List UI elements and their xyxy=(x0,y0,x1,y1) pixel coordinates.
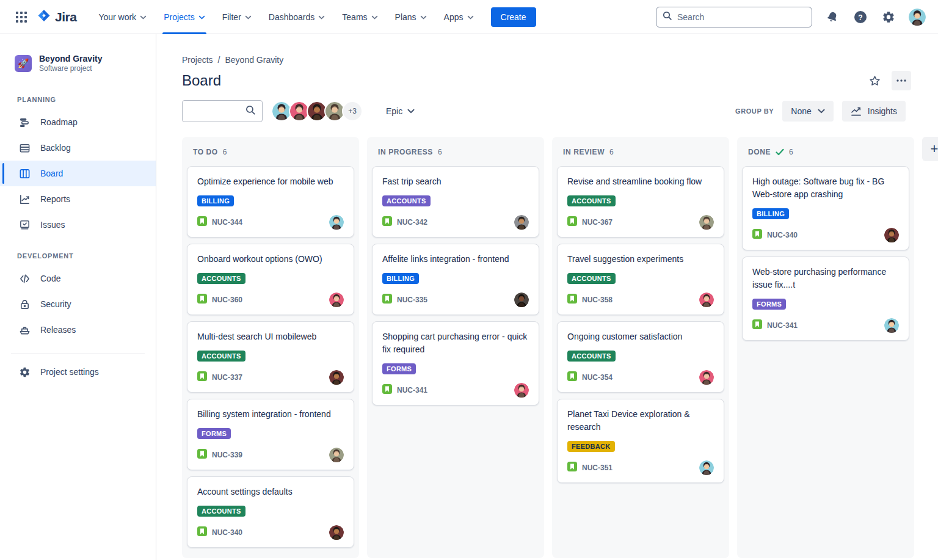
chevron-down-icon xyxy=(420,15,427,20)
notifications-icon[interactable] xyxy=(824,9,840,25)
sidebar-item-security[interactable]: Security xyxy=(0,291,156,317)
issue-card[interactable]: Optimize experience for mobile webBILLIN… xyxy=(187,166,354,238)
create-button[interactable]: Create xyxy=(491,7,536,27)
issue-card[interactable]: Planet Taxi Device exploration & researc… xyxy=(557,399,724,483)
issue-card[interactable]: Account settings defaultsACCOUNTSNUC-340 xyxy=(187,476,354,548)
issue-card[interactable]: Affelite links integration - frontendBIL… xyxy=(372,244,539,315)
story-type-icon xyxy=(567,371,577,384)
sidebar-item-roadmap[interactable]: Roadmap xyxy=(0,109,156,135)
nav-item-label: Dashboards xyxy=(269,12,315,22)
assignee-avatar[interactable] xyxy=(699,370,714,385)
kanban-board: TO DO6Optimize experience for mobile web… xyxy=(182,137,938,558)
sidebar-item-project-settings[interactable]: Project settings xyxy=(0,359,156,385)
sidebar-item-issues[interactable]: Issues xyxy=(0,212,156,238)
board-search[interactable] xyxy=(182,100,263,122)
board-search-input[interactable] xyxy=(189,106,242,116)
issue-card[interactable]: Travel suggestion experimentsACCOUNTSNUC… xyxy=(557,244,724,315)
issue-card[interactable]: Revise and streamline booking flowACCOUN… xyxy=(557,166,724,238)
nav-item-dashboards[interactable]: Dashboards xyxy=(263,0,332,34)
epic-tag: FEEDBACK xyxy=(567,441,615,452)
assignee-avatar[interactable] xyxy=(699,215,714,230)
svg-text:?: ? xyxy=(858,13,862,21)
jira-logo[interactable]: Jira xyxy=(37,9,76,26)
sidebar-item-code[interactable]: Code xyxy=(0,266,156,291)
epic-tag: ACCOUNTS xyxy=(382,195,431,206)
sidebar-item-label: Board xyxy=(40,169,63,178)
assignee-avatar[interactable] xyxy=(329,215,344,230)
issue-card[interactable]: Billing system integration - frontendFOR… xyxy=(187,399,354,470)
assignee-avatar[interactable] xyxy=(514,215,529,230)
issue-card[interactable]: Web-store purchasing performance issue f… xyxy=(742,256,909,341)
assignee-avatar[interactable] xyxy=(329,293,344,307)
app-switcher-icon[interactable] xyxy=(11,7,32,27)
issue-title: Affelite links integration - frontend xyxy=(382,253,529,266)
epic-tag: ACCOUNTS xyxy=(567,351,616,362)
assignee-avatar[interactable] xyxy=(329,448,344,462)
chevron-down-icon xyxy=(245,15,252,20)
sidebar-item-reports[interactable]: Reports xyxy=(0,186,156,212)
assignee-avatar[interactable] xyxy=(514,293,529,307)
column-header: TO DO6 xyxy=(182,137,359,164)
chevron-down-icon xyxy=(198,15,205,20)
issue-key: NUC-341 xyxy=(767,321,798,330)
issue-title: Multi-dest search UI mobileweb xyxy=(197,330,344,343)
issue-key: NUC-341 xyxy=(397,386,427,395)
settings-gear-icon[interactable] xyxy=(881,9,896,25)
insights-button[interactable]: Insights xyxy=(842,101,906,122)
issue-key: NUC-358 xyxy=(582,296,613,304)
issue-card[interactable]: Shopping cart purchasing error - quick f… xyxy=(372,321,539,405)
user-avatar[interactable] xyxy=(909,9,926,26)
issue-key: NUC-351 xyxy=(582,464,613,472)
issue-key: NUC-367 xyxy=(582,218,613,227)
nav-item-projects[interactable]: Projects xyxy=(158,0,211,34)
sidebar-item-backlog[interactable]: Backlog xyxy=(0,135,156,161)
nav-item-label: Teams xyxy=(342,12,367,22)
epic-filter-dropdown[interactable]: Epic xyxy=(381,101,420,121)
star-icon[interactable] xyxy=(865,71,884,90)
more-options-icon[interactable] xyxy=(892,71,911,90)
issue-card[interactable]: Fast trip searchACCOUNTSNUC-342 xyxy=(372,166,539,238)
group-by-dropdown[interactable]: None xyxy=(782,101,833,122)
epic-tag: ACCOUNTS xyxy=(567,195,616,206)
issue-title: Planet Taxi Device exploration & researc… xyxy=(567,408,714,434)
sidebar-item-board[interactable]: Board xyxy=(0,161,156,186)
issue-card[interactable]: Onboard workout options (OWO)ACCOUNTSNUC… xyxy=(187,244,354,315)
sidebar-item-releases[interactable]: Releases xyxy=(0,317,156,343)
chevron-down-icon xyxy=(318,15,325,20)
assignee-avatar[interactable] xyxy=(329,370,344,385)
column-name: TO DO xyxy=(193,148,218,156)
nav-item-filter[interactable]: Filter xyxy=(216,0,258,34)
epic-tag: BILLING xyxy=(197,195,234,206)
global-search-input[interactable] xyxy=(677,12,805,22)
avatar-overflow-count[interactable]: +3 xyxy=(342,101,363,122)
issue-card[interactable]: Ongoing customer satisfactionACCOUNTSNUC… xyxy=(557,321,724,393)
search-icon xyxy=(245,105,256,118)
assignee-avatar[interactable] xyxy=(329,525,344,540)
nav-item-your-work[interactable]: Your work xyxy=(92,0,153,34)
done-check-icon xyxy=(776,148,784,156)
nav-item-apps[interactable]: Apps xyxy=(438,0,480,34)
sidebar-item-label: Reports xyxy=(40,194,70,204)
board-column-in-review: IN REVIEW6Revise and streamline booking … xyxy=(552,137,729,558)
assignee-avatar[interactable] xyxy=(514,383,529,398)
issue-key: NUC-337 xyxy=(212,373,242,382)
issue-title: High outage: Software bug fix - BG Web-s… xyxy=(752,175,899,201)
issue-card[interactable]: High outage: Software bug fix - BG Web-s… xyxy=(742,166,909,250)
chevron-down-icon xyxy=(467,15,474,20)
nav-item-plans[interactable]: Plans xyxy=(389,0,433,34)
help-icon[interactable]: ? xyxy=(853,9,868,25)
issue-card[interactable]: Multi-dest search UI mobilewebACCOUNTSNU… xyxy=(187,321,354,393)
add-column-button[interactable]: + xyxy=(922,137,938,161)
global-search[interactable] xyxy=(656,7,812,27)
breadcrumb-projects-link[interactable]: Projects xyxy=(182,55,213,65)
assignee-avatar[interactable] xyxy=(884,318,899,333)
page-title: Board xyxy=(182,72,221,89)
project-name: Beyond Gravity xyxy=(39,54,102,64)
nav-item-teams[interactable]: Teams xyxy=(336,0,384,34)
breadcrumb-project-link[interactable]: Beyond Gravity xyxy=(225,55,283,65)
assignee-avatar[interactable] xyxy=(699,293,714,307)
project-header[interactable]: 🚀 Beyond Gravity Software project xyxy=(0,54,156,73)
assignee-avatar[interactable] xyxy=(884,228,899,242)
assignee-avatar[interactable] xyxy=(699,460,714,475)
issue-title: Fast trip search xyxy=(382,175,529,188)
